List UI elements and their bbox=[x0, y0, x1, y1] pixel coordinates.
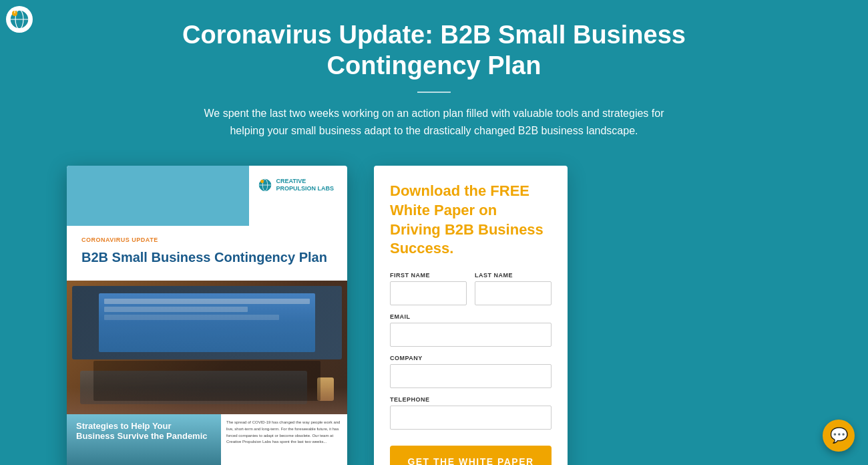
mockup-tag: CORONAVIRUS UPDATE bbox=[81, 237, 333, 243]
logo-area bbox=[0, 0, 39, 39]
svg-point-8 bbox=[261, 180, 264, 183]
form-panel: Download the FREE White Paper on Driving… bbox=[374, 166, 568, 465]
mockup-footer: Strategies to Help Your Business Survive… bbox=[67, 414, 221, 465]
telephone-label: TELEPHONE bbox=[390, 396, 552, 403]
chat-icon: 💬 bbox=[830, 427, 848, 444]
email-group: EMAIL bbox=[390, 313, 552, 347]
mockup-logo: CREATIVE PROPULSION LABS bbox=[258, 178, 334, 192]
submit-button[interactable]: GET THE WHITE PAPER bbox=[390, 446, 552, 465]
page-subtitle: We spent the last two weeks working on a… bbox=[200, 105, 668, 139]
main-content: Coronavirus Update: B2B Small Business C… bbox=[0, 0, 868, 465]
company-input[interactable] bbox=[390, 364, 552, 388]
company-label: COMPANY bbox=[390, 355, 552, 361]
last-name-label: LAST NAME bbox=[475, 272, 552, 279]
last-name-group: LAST NAME bbox=[475, 272, 552, 305]
last-name-input[interactable] bbox=[475, 281, 552, 305]
telephone-input[interactable] bbox=[390, 406, 552, 430]
mockup-body-text: The spread of COVID-19 has changed the w… bbox=[226, 420, 340, 444]
mockup-text-block: The spread of COVID-19 has changed the w… bbox=[221, 414, 347, 465]
mockup-header-bar bbox=[67, 166, 249, 226]
name-row: FIRST NAME LAST NAME bbox=[390, 272, 552, 305]
first-name-input[interactable] bbox=[390, 281, 467, 305]
chat-bubble[interactable]: 💬 bbox=[823, 420, 855, 452]
mockup-body: CORONAVIRUS UPDATE B2B Small Business Co… bbox=[67, 226, 347, 281]
logo-icon bbox=[6, 6, 33, 33]
email-label: EMAIL bbox=[390, 313, 552, 320]
header-section: Coronavirus Update: B2B Small Business C… bbox=[134, 20, 734, 139]
form-title: Download the FREE White Paper on Driving… bbox=[390, 182, 552, 258]
page-title: Coronavirus Update: B2B Small Business C… bbox=[134, 20, 734, 81]
telephone-group: TELEPHONE bbox=[390, 396, 552, 430]
company-group: COMPANY bbox=[390, 355, 552, 388]
whitepaper-mockup: CREATIVE PROPULSION LABS CORONAVIRUS UPD… bbox=[67, 166, 347, 465]
divider bbox=[417, 92, 451, 93]
mockup-image bbox=[67, 281, 347, 414]
mockup-title: B2B Small Business Contingency Plan bbox=[81, 249, 333, 266]
email-input[interactable] bbox=[390, 323, 552, 347]
first-name-label: FIRST NAME bbox=[390, 272, 467, 279]
first-name-group: FIRST NAME bbox=[390, 272, 467, 305]
mockup-logo-text: CREATIVE PROPULSION LABS bbox=[276, 178, 334, 192]
content-row: CREATIVE PROPULSION LABS CORONAVIRUS UPD… bbox=[67, 166, 801, 465]
mockup-footer-title: Strategies to Help Your Business Survive… bbox=[76, 421, 212, 441]
